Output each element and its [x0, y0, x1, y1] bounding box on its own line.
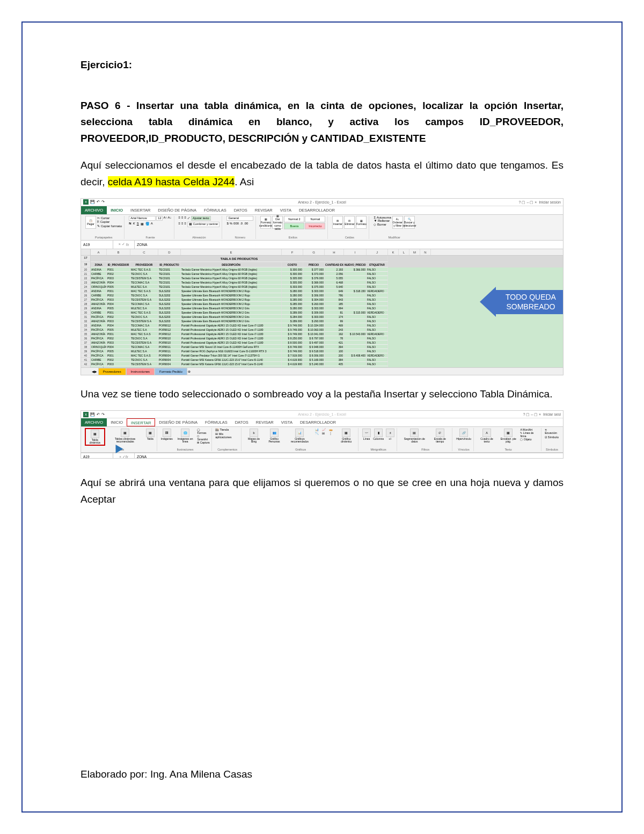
cell[interactable]: ANDINA — [91, 289, 107, 293]
cell[interactable] — [344, 293, 367, 298]
cell[interactable]: Teclado Gamer Mecánico HyperX Alloy Orig… — [181, 285, 282, 289]
cell[interactable]: $ 285.000 — [282, 302, 303, 306]
cell[interactable]: CARIBE — [91, 358, 107, 362]
cell[interactable]: $ 369.000 — [303, 280, 325, 285]
table-button[interactable]: ▦Tabla — [145, 428, 155, 441]
cell[interactable]: ANDINA — [91, 267, 107, 272]
cell[interactable] — [344, 306, 367, 310]
style-normal[interactable]: Normal — [305, 216, 325, 222]
sheet-tab-formato-pedido[interactable]: Formato Pedido — [155, 368, 187, 375]
cell[interactable] — [344, 276, 367, 280]
cell[interactable]: PACÍFICA — [91, 336, 107, 340]
cell[interactable]: ANDINA — [91, 306, 107, 310]
cell[interactable]: FALSO — [367, 323, 388, 328]
cell[interactable]: FALSO — [367, 276, 388, 280]
recommended-pivot-button[interactable]: ▦Tablas dinámicas recomendadas — [106, 428, 144, 444]
col-N[interactable]: N — [420, 249, 431, 255]
row-header[interactable]: 40 — [81, 353, 91, 358]
cell[interactable]: SULS203 — [158, 315, 181, 319]
tab-revisar-2[interactable]: REVISAR — [252, 418, 277, 426]
cell[interactable]: P004 — [107, 345, 130, 349]
cell[interactable]: VERDADERO — [367, 310, 388, 315]
cell[interactable]: MULTEC S.A — [130, 328, 158, 332]
header-footer-button[interactable]: ▦Encabez. pie pág. — [497, 428, 519, 444]
decrease-font-icon[interactable]: A↓ — [168, 216, 172, 221]
font-name-dropdown[interactable]: Arial Narrow — [129, 216, 156, 221]
cell[interactable]: POR9011 — [158, 349, 181, 353]
row-header[interactable]: 32 — [81, 319, 91, 323]
cell[interactable]: 421 — [325, 340, 344, 345]
cell[interactable]: $ 318.150 — [344, 289, 367, 293]
cell[interactable]: P002 — [107, 336, 130, 340]
object-button[interactable]: ▢ Objeto — [520, 438, 539, 441]
col-E[interactable]: E — [181, 249, 282, 255]
cell[interactable]: AMAZONÍA — [91, 332, 107, 336]
tab-desarrollador-2[interactable]: DESARROLLADOR — [296, 418, 340, 426]
cell[interactable]: P003 — [107, 298, 130, 302]
cell[interactable]: TECNOC S.A — [130, 315, 158, 319]
cell[interactable]: $ 293.000 — [303, 319, 325, 323]
cell[interactable]: SULS202 — [158, 289, 181, 293]
cell[interactable] — [344, 285, 367, 289]
cell[interactable]: POR9004 — [158, 358, 181, 362]
cell[interactable]: POR9012 — [158, 332, 181, 336]
row-header[interactable]: 42 — [81, 362, 91, 366]
insert-cells-button[interactable]: ⊞Insertar — [332, 216, 343, 229]
cell[interactable]: MAC TEC S.A.S — [130, 310, 158, 315]
cell[interactable]: Portátil Professional Gigabyte AERO 15 O… — [181, 340, 282, 345]
wrap-text-button[interactable]: Ajustar texto — [191, 216, 211, 221]
comma-icon[interactable]: 000 — [233, 222, 239, 225]
cell[interactable]: TECSISTEM S.A — [130, 298, 158, 302]
cell[interactable]: $ 8.797.000 — [303, 336, 325, 340]
cell[interactable]: 786 — [325, 293, 344, 298]
textbox-button[interactable]: ACuadro de texto — [477, 428, 496, 444]
signature-button[interactable]: ✎ Línea de firma — [520, 431, 539, 438]
my-apps-button[interactable]: ⊞ Mis aplicaciones — [215, 432, 239, 439]
slicer-button[interactable]: ▤Segmentación de datos — [400, 428, 428, 444]
cell[interactable]: P004 — [107, 302, 130, 306]
cell[interactable]: PACÍFICA — [91, 276, 107, 280]
cell[interactable]: MAC TEC S.A.S — [130, 332, 158, 336]
cell[interactable]: P003 — [107, 319, 130, 323]
cell[interactable]: ORINOQUÍA — [91, 345, 107, 349]
cell[interactable]: FALSO — [367, 293, 388, 298]
col-A[interactable]: A — [91, 249, 107, 255]
format-as-table-button[interactable]: ▦Dar formato como tabla — [272, 216, 283, 229]
cell[interactable]: P004 — [107, 323, 130, 328]
style-incorrecto[interactable]: Incorrecto — [305, 223, 325, 229]
cell[interactable]: 5.055 — [325, 276, 344, 280]
cell[interactable]: P001 — [107, 375, 130, 375]
cell[interactable]: PACÍFICA — [91, 349, 107, 353]
cell[interactable]: $ 373.000 — [303, 272, 325, 276]
cell[interactable]: Speaker Ultimate Ears Bluetooth WONDERBO… — [181, 298, 282, 302]
row-header[interactable]: 45 — [81, 375, 91, 375]
save-icon[interactable]: 💾 — [90, 200, 95, 204]
row-header[interactable]: 27 — [81, 298, 91, 302]
cell[interactable]: ANDINA — [91, 323, 107, 328]
row-header[interactable]: 29 — [81, 306, 91, 310]
cell[interactable] — [344, 340, 367, 345]
cell[interactable]: FALSO — [367, 319, 388, 323]
cell[interactable]: Teclado Gamer Mecánico HyperX Alloy Orig… — [181, 276, 282, 280]
clear-button[interactable]: ◇ Borrar — [374, 222, 391, 226]
cell[interactable]: Portátil Gamer ROG Zephyrus M16 GU603 In… — [181, 349, 282, 353]
number-format-dropdown[interactable]: General — [226, 216, 253, 221]
cell[interactable]: P005 — [107, 328, 130, 332]
cell[interactable]: $ 8.500.000 — [282, 340, 303, 345]
underline-button[interactable]: S — [137, 222, 139, 226]
cell[interactable]: $ 300.000 — [282, 272, 303, 276]
cell[interactable]: Speaker Ultimate Ears Bluetooth WONDERBO… — [181, 289, 282, 293]
tab-vista-2[interactable]: VISTA — [277, 418, 296, 426]
cell[interactable]: 384 — [325, 358, 344, 362]
orientation-icon[interactable]: ⤢ — [187, 216, 190, 221]
col-I[interactable]: I — [344, 249, 367, 255]
cell[interactable]: 192 — [325, 332, 344, 336]
tab-diseno[interactable]: DISEÑO DE PÁGINA — [154, 206, 200, 214]
align-bot-icon[interactable]: ≡ — [185, 216, 187, 221]
cell[interactable]: 78 — [325, 336, 344, 340]
cell[interactable]: Portátil Professional Gigabyte AERO 15 O… — [181, 323, 282, 328]
cell[interactable]: FALSO — [367, 362, 388, 366]
cell[interactable]: $ 309.000 — [303, 310, 325, 315]
cell[interactable]: Portátil Gamer MSI Katana GF66 11UC-222 … — [181, 375, 282, 375]
cell[interactable] — [344, 315, 367, 319]
